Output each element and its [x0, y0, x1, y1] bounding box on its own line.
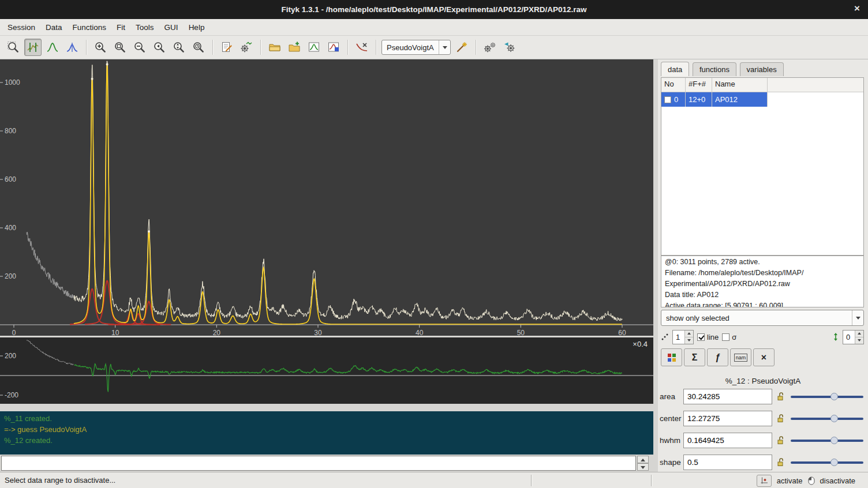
slider-thumb[interactable]: [830, 393, 838, 400]
zoom-in-button[interactable]: [92, 39, 109, 56]
zoom-rect-mode-icon: [7, 41, 20, 54]
svg-text:1000: 1000: [5, 78, 20, 87]
dataset-visibility-checkbox[interactable]: [664, 96, 671, 103]
data-filter-dropdown[interactable]: show only selected: [661, 310, 864, 326]
tab-variables[interactable]: variables: [740, 62, 784, 76]
function-type-dropdown[interactable]: PseudoVoigtA: [381, 40, 451, 55]
close-window-icon[interactable]: ×: [854, 3, 860, 14]
add-function-mode-button[interactable]: [63, 39, 81, 56]
sigma-checkbox-box[interactable]: [722, 333, 729, 341]
dataset-row[interactable]: 0 12+0 AP012: [661, 92, 863, 107]
console-line: =-> guess PseudoVoigtA: [4, 424, 649, 435]
grid-header-name: Name: [712, 78, 768, 92]
colors-button[interactable]: [661, 348, 682, 366]
lock-icon[interactable]: [777, 436, 784, 446]
toolbar-separator: [347, 40, 348, 55]
data-transform-button[interactable]: [238, 39, 255, 56]
open-data-button[interactable]: [266, 39, 283, 56]
zoom-out-button[interactable]: [131, 39, 148, 56]
param-area-slider[interactable]: [791, 392, 863, 402]
save-image-button[interactable]: [325, 39, 342, 56]
lock-icon[interactable]: [777, 457, 784, 468]
point-size-spinner[interactable]: 1: [672, 330, 694, 344]
dropdown-arrow-icon[interactable]: [852, 310, 863, 325]
zoom-previous-button[interactable]: [151, 39, 168, 56]
auxiliary-plot-canvas[interactable]: 200-200×0.4: [0, 337, 653, 404]
param-hwhm-input[interactable]: [683, 433, 772, 448]
menu-item-tools[interactable]: Tools: [130, 20, 159, 35]
data-filter-value: show only selected: [661, 314, 852, 322]
spin-up-button[interactable]: [685, 331, 693, 337]
save-image-icon: [327, 41, 340, 54]
param-shape-input[interactable]: [683, 455, 772, 470]
strip-background-button[interactable]: [353, 39, 371, 56]
menu-item-functions[interactable]: Functions: [68, 20, 112, 35]
auto-add-peak-button[interactable]: [453, 39, 470, 56]
undo-fit-button[interactable]: [501, 39, 518, 56]
slider-thumb[interactable]: [830, 459, 838, 466]
tab-functions[interactable]: functions: [693, 62, 736, 76]
spin-down-button[interactable]: [855, 337, 863, 344]
mouse-hint-button[interactable]: [757, 475, 772, 487]
status-message: Select data range to disactivate...: [5, 476, 115, 485]
sigma-checkbox[interactable]: σ: [722, 333, 736, 341]
param-hwhm-slider[interactable]: [791, 436, 863, 446]
export-data-button[interactable]: [305, 39, 323, 56]
sum-button[interactable]: Σ: [684, 348, 705, 366]
data-range-mode-button[interactable]: [24, 39, 42, 56]
console-splitter[interactable]: [0, 404, 653, 411]
disactivate-label: disactivate: [820, 476, 855, 485]
delete-button[interactable]: ×: [753, 348, 775, 366]
zoom-all-button[interactable]: [111, 39, 129, 56]
command-history-spinner[interactable]: [637, 456, 649, 471]
auxiliary-plot[interactable]: 200-200×0.4: [0, 337, 653, 404]
line-checkbox-box[interactable]: [697, 333, 705, 341]
slider-thumb[interactable]: [830, 415, 838, 422]
dropdown-arrow-icon[interactable]: [439, 40, 450, 54]
add-peak-mode-button[interactable]: [44, 39, 61, 56]
zoom-in-icon: [94, 41, 107, 54]
zoom-history-button[interactable]: [190, 39, 207, 56]
main-plot[interactable]: 01020304050602004006008001000: [0, 59, 653, 336]
command-input-row: [0, 455, 653, 472]
line-checkbox[interactable]: line: [697, 333, 719, 341]
names-button[interactable]: nam: [730, 348, 751, 366]
strip-background-icon: [356, 41, 368, 54]
dataset-grid: No #F+# Name 0 12+0 AP012: [661, 77, 864, 256]
slider-thumb[interactable]: [830, 437, 838, 444]
menu-item-help[interactable]: Help: [184, 20, 210, 35]
auto-add-peak-icon: [455, 41, 468, 54]
main-plot-canvas[interactable]: 01020304050602004006008001000: [0, 59, 653, 336]
function-type-value: PseudoVoigtA: [382, 43, 439, 52]
tab-data[interactable]: data: [661, 62, 689, 76]
param-area-input[interactable]: [683, 389, 772, 404]
sidebar-splitter[interactable]: [653, 59, 658, 472]
param-name: hwhm: [658, 436, 681, 445]
zoom-vertical-button[interactable]: [170, 39, 188, 56]
run-fit-button[interactable]: [481, 39, 499, 56]
param-center-input[interactable]: [683, 411, 772, 426]
functions-draw-button[interactable]: ƒ: [707, 348, 728, 366]
status-bar: Select data range to disactivate... acti…: [0, 472, 868, 488]
menu-item-fit[interactable]: Fit: [111, 20, 130, 35]
fityk-window: Fityk 1.3.1 - /home/aleplo/test/Desktop/…: [0, 0, 868, 488]
spin-down-button[interactable]: [685, 337, 693, 344]
console-line: %_12 created.: [4, 435, 649, 446]
command-input[interactable]: [1, 456, 636, 471]
info-line: Filename: /home/aleplo/test/Desktop/IMAP…: [665, 268, 860, 279]
menu-item-gui[interactable]: GUI: [159, 20, 184, 35]
edit-script-button[interactable]: [218, 39, 235, 56]
open-data-append-button[interactable]: [286, 39, 303, 56]
lock-icon[interactable]: [777, 392, 784, 403]
menu-item-data[interactable]: Data: [40, 20, 68, 35]
param-shape-slider[interactable]: [791, 457, 863, 468]
history-up-button[interactable]: [637, 456, 649, 463]
zoom-rect-mode-button[interactable]: [5, 39, 22, 56]
menu-item-session[interactable]: Session: [2, 20, 40, 35]
shift-spinner[interactable]: 0: [843, 330, 864, 344]
lock-icon[interactable]: [777, 414, 784, 425]
statusbar-divider: [531, 475, 532, 486]
param-center-slider[interactable]: [791, 414, 863, 424]
history-down-button[interactable]: [637, 463, 649, 471]
spin-up-button[interactable]: [855, 331, 863, 337]
